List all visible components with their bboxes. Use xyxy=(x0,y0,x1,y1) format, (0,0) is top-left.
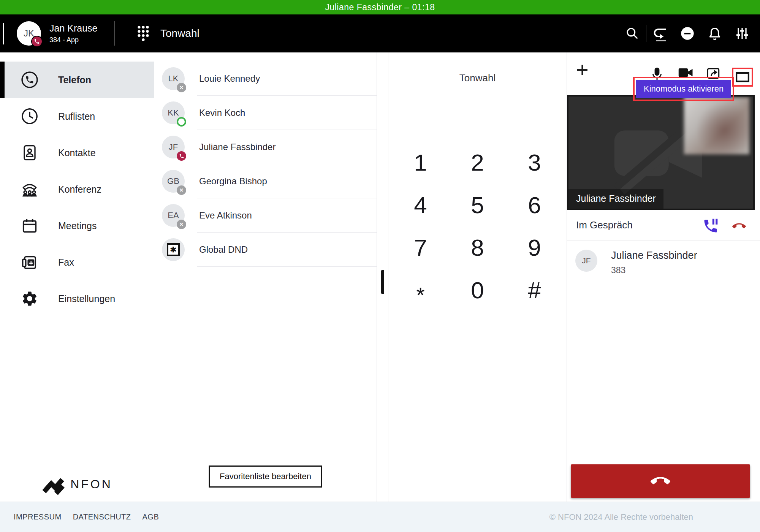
tooltip-annotation: Kinomodus aktivieren xyxy=(633,77,734,101)
add-call-button[interactable]: + xyxy=(576,59,589,81)
avatar: LK xyxy=(162,67,185,90)
dialpad-key-7[interactable]: 7 xyxy=(392,226,449,269)
sidebar-item-label: Fax xyxy=(58,257,74,268)
call-status-row: Im Gespräch xyxy=(567,210,760,241)
sidebar-item-label: Konferenz xyxy=(58,184,101,195)
favorite-name: Kevin Koch xyxy=(199,108,245,118)
remote-participant-name: Juliane Fassbinder xyxy=(568,189,663,209)
active-call-panel: + Kinomodus aktivieren xyxy=(567,52,760,502)
search-button[interactable] xyxy=(619,22,646,45)
avatar-initials: GB xyxy=(167,176,179,186)
cinema-mode-icon xyxy=(735,71,750,83)
call-pull-button[interactable] xyxy=(646,22,674,45)
sliders-icon xyxy=(735,26,750,41)
status-badge-dnd xyxy=(177,83,186,92)
dialpad-key-4[interactable]: 4 xyxy=(392,184,449,226)
calendar-icon xyxy=(21,217,38,234)
hangup-small-button[interactable] xyxy=(731,219,747,234)
sidebar: Telefon Ruflisten Kontakte Konferenz xyxy=(0,52,154,502)
avatar: KK xyxy=(162,101,185,124)
cinema-mode-button[interactable] xyxy=(735,71,750,83)
sidebar-item-kontakte[interactable]: Kontakte xyxy=(0,135,154,171)
active-call-banner-text: Juliane Fassbinder – 01:18 xyxy=(325,2,435,13)
avatar-initials: JF xyxy=(582,256,591,265)
nfon-logo-mark xyxy=(41,473,65,495)
call-participant-row[interactable]: JF Juliane Fassbinder 383 xyxy=(567,250,760,276)
sidebar-item-meetings[interactable]: Meetings xyxy=(0,207,154,244)
participant-name: Juliane Fassbinder xyxy=(611,250,697,261)
header-actions-divider-end xyxy=(756,25,756,42)
sidebar-item-fax[interactable]: Fax xyxy=(0,244,154,280)
dialpad-key-2[interactable]: 2 xyxy=(449,141,506,184)
hold-call-icon xyxy=(702,218,719,234)
sidebar-item-label: Telefon xyxy=(58,74,91,86)
favorite-juliane-fassbinder[interactable]: JF Juliane Fassbinder xyxy=(154,130,377,164)
active-call-banner[interactable]: Juliane Fassbinder – 01:18 xyxy=(0,0,760,14)
dialpad-title: Tonwahl xyxy=(388,72,567,84)
footer-link-datenschutz[interactable]: DATENSCHUTZ xyxy=(73,513,131,521)
avatar: JF xyxy=(162,136,185,158)
sidebar-item-label: Meetings xyxy=(58,220,97,231)
footer-link-impressum[interactable]: IMPRESSUM xyxy=(14,513,62,521)
hold-call-button[interactable] xyxy=(702,218,719,236)
dialpad-key-3[interactable]: 3 xyxy=(506,141,563,184)
contact-card-icon xyxy=(21,144,38,162)
dialpad-key-hash[interactable]: # xyxy=(506,269,563,311)
phone-icon xyxy=(34,38,40,44)
global-dnd-avatar xyxy=(162,238,185,261)
user-extension: 384 - App xyxy=(49,36,97,44)
favorite-eve-atkinson[interactable]: EA Eve Atkinson xyxy=(154,198,377,233)
call-controls: + Kinomodus aktivieren xyxy=(567,52,760,95)
self-video-preview[interactable] xyxy=(684,97,749,154)
dialpad-key-8[interactable]: 8 xyxy=(449,226,506,269)
sidebar-item-konferenz[interactable]: Konferenz xyxy=(0,171,154,207)
dialpad-key-9[interactable]: 9 xyxy=(506,226,563,269)
avatar: JF xyxy=(575,250,597,272)
notifications-button[interactable] xyxy=(701,22,728,45)
gear-icon xyxy=(21,290,38,307)
hangup-call-button[interactable] xyxy=(571,464,750,498)
favorite-name: Louie Kennedy xyxy=(199,73,260,84)
sidebar-item-telefon[interactable]: Telefon xyxy=(0,62,154,98)
user-profile[interactable]: JK Jan Krause 384 - App xyxy=(17,21,106,46)
fax-machine-icon xyxy=(21,253,38,271)
dialpad-key-star[interactable]: * xyxy=(392,269,449,311)
view-title-block: Tonwahl xyxy=(137,25,200,42)
dtmf-dialpad-panel: Tonwahl 1 2 3 4 5 6 7 8 9 * 0 # xyxy=(388,52,567,502)
dialpad-key-1[interactable]: 1 xyxy=(392,141,449,184)
sidebar-item-einstellungen[interactable]: Einstellungen xyxy=(0,280,154,317)
hangup-icon xyxy=(731,219,747,233)
footer-link-agb[interactable]: AGB xyxy=(142,513,159,521)
call-pull-icon xyxy=(652,25,668,41)
sidebar-item-label: Einstellungen xyxy=(58,293,115,304)
dialpad-key-5[interactable]: 5 xyxy=(449,184,506,226)
avatar-initials: LK xyxy=(168,74,179,84)
dialpad-key-6[interactable]: 6 xyxy=(506,184,563,226)
footer-links: IMPRESSUM DATENSCHUTZ AGB xyxy=(14,513,159,521)
sidebar-item-ruflisten[interactable]: Ruflisten xyxy=(0,98,154,135)
bell-icon xyxy=(708,26,722,41)
remote-video[interactable]: Juliane Fassbinder xyxy=(567,95,755,210)
phone-circle-icon xyxy=(21,71,38,89)
favorite-louie-kennedy[interactable]: LK Louie Kennedy xyxy=(154,62,377,96)
avatar-initials: EA xyxy=(168,211,179,220)
dnd-toggle-button[interactable] xyxy=(674,22,701,45)
call-status-text: Im Gespräch xyxy=(576,219,633,231)
edit-favorites-button[interactable]: Favoritenliste bearbeiten xyxy=(209,466,322,488)
header-actions xyxy=(619,22,756,45)
favorite-name: Georgina Bishop xyxy=(199,176,267,187)
sidebar-item-label: Kontakte xyxy=(58,147,96,158)
cinema-mode-annotation xyxy=(732,68,753,87)
main-content: Telefon Ruflisten Kontakte Konferenz xyxy=(0,52,760,502)
favorite-kevin-koch[interactable]: KK Kevin Koch xyxy=(154,96,377,130)
clock-icon xyxy=(21,108,38,125)
favorites-list: LK Louie Kennedy KK Kevin Koch JF xyxy=(154,52,377,502)
audio-settings-button[interactable] xyxy=(728,22,756,45)
column-resize-handle[interactable] xyxy=(381,270,384,294)
dialpad-icon xyxy=(137,25,150,42)
header-accent-line xyxy=(3,23,4,44)
nfon-logo-text: NFON xyxy=(70,477,112,491)
favorite-global-dnd[interactable]: Global DND xyxy=(154,233,377,267)
dialpad-key-0[interactable]: 0 xyxy=(449,269,506,311)
favorite-georgina-bishop[interactable]: GB Georgina Bishop xyxy=(154,164,377,198)
